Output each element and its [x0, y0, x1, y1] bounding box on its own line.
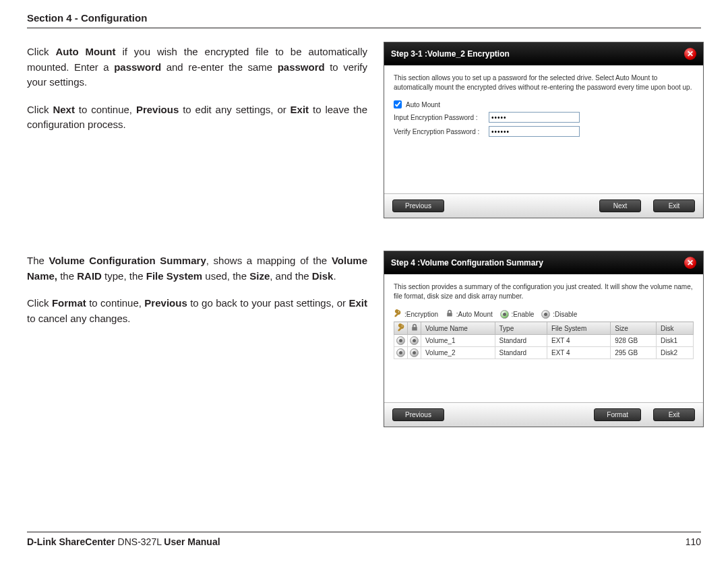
automount-status-icon [408, 347, 421, 359]
t: password [114, 61, 161, 73]
cell-type: Standard [495, 347, 547, 359]
close-icon[interactable]: ✕ [684, 48, 696, 60]
t: to cancel any changes. [27, 313, 130, 324]
t: Auto Mount [55, 46, 115, 57]
exit-button[interactable]: Exit [653, 408, 695, 421]
t: Click [27, 297, 52, 309]
automount-checkbox[interactable] [394, 100, 402, 108]
instruction-text-2: The Volume Configuration Summary, shows … [27, 251, 367, 427]
previous-button[interactable]: Previous [392, 408, 444, 421]
t: used, the [202, 270, 249, 282]
volume-table: Volume Name Type File System Size Disk V… [394, 321, 694, 359]
t: Disk [312, 270, 334, 282]
t: to continue, [86, 297, 145, 309]
encryption-status-icon [394, 347, 408, 359]
previous-button[interactable]: Previous [392, 199, 444, 212]
disable-icon [541, 310, 550, 319]
table-row[interactable]: Volume_1 Standard EXT 4 928 GB Disk1 [394, 335, 694, 347]
footer-model: DNS-327L [115, 536, 164, 547]
automount-status-icon [408, 335, 421, 347]
page-footer: D-Link ShareCenter DNS-327L User Manual … [27, 532, 701, 547]
dialog-description: This section allows you to set up a pass… [394, 73, 694, 92]
col-type: Type [495, 322, 547, 335]
automount-label: Auto Mount [406, 101, 440, 108]
cell-volume: Volume_2 [421, 347, 495, 359]
dialog-title: Step 3-1 :Volume_2 Encryption [391, 49, 510, 59]
dialog-header: Step 4 :Volume Configuration Summary ✕ [384, 251, 703, 274]
format-button[interactable]: Format [594, 408, 641, 421]
t: Exit [348, 297, 367, 309]
input-password-field[interactable] [489, 112, 580, 123]
t: password [278, 61, 325, 73]
next-button[interactable]: Next [599, 199, 641, 212]
cell-volume: Volume_1 [421, 335, 495, 347]
exit-button[interactable]: Exit [653, 199, 695, 212]
t: Click [27, 46, 55, 57]
key-icon [394, 309, 402, 319]
enable-icon [500, 310, 509, 319]
footer-tail: User Manual [164, 536, 220, 547]
t: and re-enter the same [161, 61, 277, 73]
footer-brand: D-Link ShareCenter [27, 536, 115, 547]
t: to edit any settings, or [179, 104, 290, 115]
cell-size: 295 GB [611, 347, 657, 359]
cell-fs: EXT 4 [547, 347, 610, 359]
t: Previous [144, 297, 187, 309]
legend: :Encryption :Auto Mount :Enable :Disable [394, 309, 694, 319]
input-password-label: Input Encryption Password : [394, 114, 485, 121]
col-encryption-icon [394, 322, 408, 335]
page-number: 110 [686, 536, 701, 547]
t: File System [146, 270, 202, 282]
t: . [333, 270, 336, 282]
dialog-title: Step 4 :Volume Configuration Summary [391, 258, 543, 268]
col-filesystem: File System [547, 322, 610, 335]
t: Next [53, 104, 75, 115]
t: , shows a mapping of the [206, 255, 332, 266]
t: Click [27, 104, 53, 115]
t: :Encryption [404, 311, 438, 318]
t: to continue, [75, 104, 136, 115]
t: The [27, 255, 49, 266]
t: :Enable [512, 311, 535, 318]
t: RAID [77, 270, 102, 282]
cell-type: Standard [495, 335, 547, 347]
t: Previous [136, 104, 179, 115]
dialog-description: This section provides a summary of the c… [394, 282, 694, 301]
cell-size: 928 GB [611, 335, 657, 347]
t: Size [249, 270, 270, 282]
col-volume-name: Volume Name [421, 322, 495, 335]
t: to go back to your past settings, or [187, 297, 349, 309]
cell-disk: Disk1 [657, 335, 694, 347]
t: Format [52, 297, 86, 309]
t: Exit [291, 104, 309, 115]
encryption-dialog: Step 3-1 :Volume_2 Encryption ✕ This sec… [384, 42, 704, 218]
table-row[interactable]: Volume_2 Standard EXT 4 295 GB Disk2 [394, 347, 694, 359]
t: type, the [102, 270, 146, 282]
col-disk: Disk [657, 322, 694, 335]
verify-password-label: Verify Encryption Password : [394, 128, 485, 135]
section-header: Section 4 - Configuration [27, 12, 701, 28]
lock-icon [446, 309, 454, 319]
t: , and the [270, 270, 312, 282]
cell-disk: Disk2 [657, 347, 694, 359]
col-automount-icon [408, 322, 421, 335]
encryption-status-icon [394, 335, 408, 347]
t: the [57, 270, 77, 282]
col-size: Size [611, 322, 657, 335]
instruction-text-1: Click Auto Mount if you wish the encrypt… [27, 42, 367, 218]
close-icon[interactable]: ✕ [684, 257, 696, 269]
summary-dialog: Step 4 :Volume Configuration Summary ✕ T… [384, 251, 704, 427]
dialog-header: Step 3-1 :Volume_2 Encryption ✕ [384, 42, 703, 65]
t: Volume Configuration Summary [49, 255, 206, 266]
cell-fs: EXT 4 [547, 335, 610, 347]
t: :Auto Mount [456, 311, 493, 318]
t: :Disable [553, 311, 577, 318]
verify-password-field[interactable] [489, 126, 580, 137]
